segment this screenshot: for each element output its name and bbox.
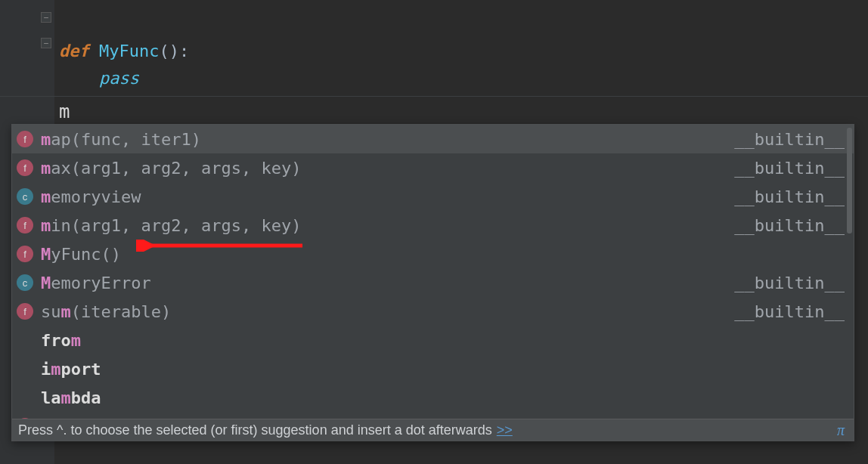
parens: () <box>159 42 179 60</box>
keyword-pass: pass <box>99 69 139 88</box>
completion-item[interactable]: from <box>12 326 854 354</box>
completion-popup[interactable]: fmap(func, iter1)__builtin__fmax(arg1, a… <box>11 124 854 441</box>
completion-label: lambda <box>41 388 849 407</box>
completion-item[interactable]: fmax(arg1, arg2, args, key)__builtin__ <box>12 153 854 182</box>
code-editor[interactable]: − − def MyFunc(): pass m fmap(func, iter… <box>0 0 868 464</box>
completion-item[interactable]: import <box>12 354 854 383</box>
completion-item[interactable]: fformat(o, format_spec)__builtin__ <box>12 412 854 419</box>
completion-label: MyFunc() <box>41 245 849 264</box>
completion-label: MemoryError <box>41 274 734 292</box>
completion-item[interactable]: cmemoryview__builtin__ <box>12 182 854 211</box>
completion-item[interactable]: fmap(func, iter1)__builtin__ <box>12 125 854 153</box>
function-icon: f <box>17 303 33 320</box>
keyword-icon <box>17 360 33 377</box>
completion-label: map(func, iter1) <box>41 130 734 149</box>
completion-label: from <box>41 331 849 350</box>
completion-tail: __builtin__ <box>734 417 845 419</box>
function-icon: f <box>17 131 33 147</box>
completion-tail: __builtin__ <box>734 274 845 292</box>
keyword-icon <box>17 389 33 406</box>
status-text: Press ^. to choose the selected (or firs… <box>18 422 492 438</box>
completion-list[interactable]: fmap(func, iter1)__builtin__fmax(arg1, a… <box>12 125 854 419</box>
completion-label: memoryview <box>41 187 734 206</box>
fold-icon[interactable]: − <box>41 12 51 23</box>
function-icon: f <box>17 159 33 176</box>
completion-item[interactable]: fMyFunc() <box>12 240 854 268</box>
completion-label: import <box>41 360 849 379</box>
completion-tail: __builtin__ <box>734 159 845 178</box>
pi-icon[interactable]: π <box>837 422 845 439</box>
keyword-def: def <box>59 42 89 60</box>
typed-char: m <box>59 101 70 123</box>
completion-label: max(arg1, arg2, args, key) <box>41 159 734 178</box>
colon: : <box>179 42 189 60</box>
completion-item[interactable]: lambda <box>12 383 854 412</box>
code-block: def MyFunc(): pass <box>59 11 189 119</box>
function-icon: f <box>17 217 33 234</box>
function-name: MyFunc <box>99 42 159 60</box>
status-more-link[interactable]: >> <box>497 422 513 438</box>
scrollbar-thumb[interactable] <box>847 128 852 234</box>
completion-label: sum(iterable) <box>41 302 734 321</box>
completion-tail: __builtin__ <box>734 130 845 149</box>
function-icon: f <box>17 246 33 262</box>
completion-label: min(arg1, arg2, args, key) <box>41 216 734 235</box>
completion-label: format(o, format_spec) <box>41 417 734 419</box>
keyword-icon <box>17 332 33 348</box>
completion-tail: __builtin__ <box>734 302 845 321</box>
class-icon: c <box>17 274 33 291</box>
fold-icon[interactable]: − <box>41 38 51 48</box>
horizontal-rule <box>0 96 868 97</box>
completion-item[interactable]: fsum(iterable)__builtin__ <box>12 297 854 326</box>
function-icon: f <box>17 418 33 419</box>
completion-item[interactable]: fmin(arg1, arg2, args, key)__builtin__ <box>12 211 854 240</box>
completion-item[interactable]: cMemoryError__builtin__ <box>12 268 854 297</box>
class-icon: c <box>17 188 33 205</box>
completion-tail: __builtin__ <box>734 187 845 206</box>
completion-tail: __builtin__ <box>734 216 845 235</box>
completion-status-bar: Press ^. to choose the selected (or firs… <box>12 419 854 441</box>
